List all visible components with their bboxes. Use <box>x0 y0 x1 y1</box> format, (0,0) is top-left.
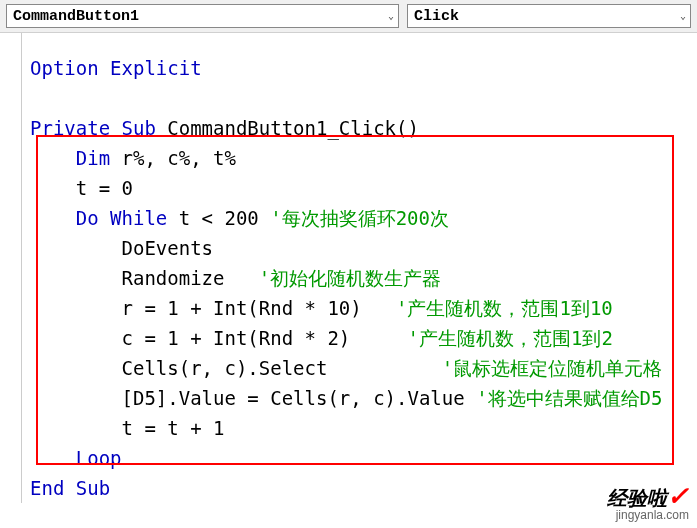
code-line: Dim r%, c%, t% <box>30 143 697 173</box>
code-line: DoEvents <box>30 233 697 263</box>
code-line: [D5].Value = Cells(r, c).Value '将选中结果赋值给… <box>30 383 697 413</box>
chevron-down-icon: ⌄ <box>680 10 686 22</box>
comment: '鼠标选框定位随机单元格 <box>442 357 662 379</box>
procedure-selector-value: Click <box>414 8 459 25</box>
keyword: Private Sub <box>30 117 156 139</box>
watermark-url: jingyanla.com <box>607 508 689 522</box>
code-line: t = 0 <box>30 173 697 203</box>
comment: '产生随机数，范围1到10 <box>396 297 613 319</box>
object-selector[interactable]: CommandButton1 ⌄ <box>6 4 399 28</box>
margin-bar <box>0 33 22 503</box>
chevron-down-icon: ⌄ <box>388 10 394 22</box>
procedure-selector[interactable]: Click ⌄ <box>407 4 691 28</box>
code-editor[interactable]: Option Explicit Private Sub CommandButto… <box>0 33 697 503</box>
code-line: t = t + 1 <box>30 413 697 443</box>
code-line: Do While t < 200 '每次抽奖循环200次 <box>30 203 697 233</box>
toolbar: CommandButton1 ⌄ Click ⌄ <box>0 0 697 33</box>
comment: '初始化随机数生产器 <box>259 267 441 289</box>
code-line: Cells(r, c).Select '鼠标选框定位随机单元格 <box>30 353 697 383</box>
code-text: CommandButton1_Click() <box>156 117 419 139</box>
code-line: End Sub <box>30 473 697 503</box>
code-text: Cells(r, c).Select <box>30 357 442 379</box>
code-line: Option Explicit <box>30 53 697 83</box>
code-line: r = 1 + Int(Rnd * 10) '产生随机数，范围1到10 <box>30 293 697 323</box>
code-text: c = 1 + Int(Rnd * 2) <box>30 327 408 349</box>
code-text: r%, c%, t% <box>110 147 236 169</box>
comment: '每次抽奖循环200次 <box>270 207 449 229</box>
keyword: Do While <box>76 207 168 229</box>
code-line: Private Sub CommandButton1_Click() <box>30 113 697 143</box>
code-content: Option Explicit Private Sub CommandButto… <box>30 39 697 503</box>
code-line: Randomize '初始化随机数生产器 <box>30 263 697 293</box>
keyword: Option Explicit <box>30 57 202 79</box>
code-text: Randomize <box>30 267 259 289</box>
object-selector-value: CommandButton1 <box>13 8 139 25</box>
code-line: c = 1 + Int(Rnd * 2) '产生随机数，范围1到2 <box>30 323 697 353</box>
keyword: Dim <box>76 147 110 169</box>
keyword: Loop <box>76 447 122 469</box>
code-text: t < 200 <box>167 207 270 229</box>
code-text: r = 1 + Int(Rnd * 10) <box>30 297 396 319</box>
code-line <box>30 83 697 113</box>
code-line: Loop <box>30 443 697 473</box>
comment: '将选中结果赋值给D5 <box>476 387 662 409</box>
code-text: [D5].Value = Cells(r, c).Value <box>30 387 476 409</box>
comment: '产生随机数，范围1到2 <box>408 327 613 349</box>
keyword: End Sub <box>30 477 110 499</box>
